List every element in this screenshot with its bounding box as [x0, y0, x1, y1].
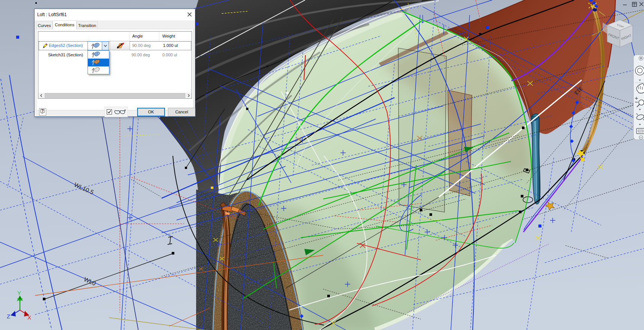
- svg-text:Z: Z: [7, 313, 10, 319]
- svg-text:X: X: [27, 314, 31, 321]
- svg-text:?: ?: [41, 109, 44, 113]
- svg-text:Y: Y: [17, 290, 21, 296]
